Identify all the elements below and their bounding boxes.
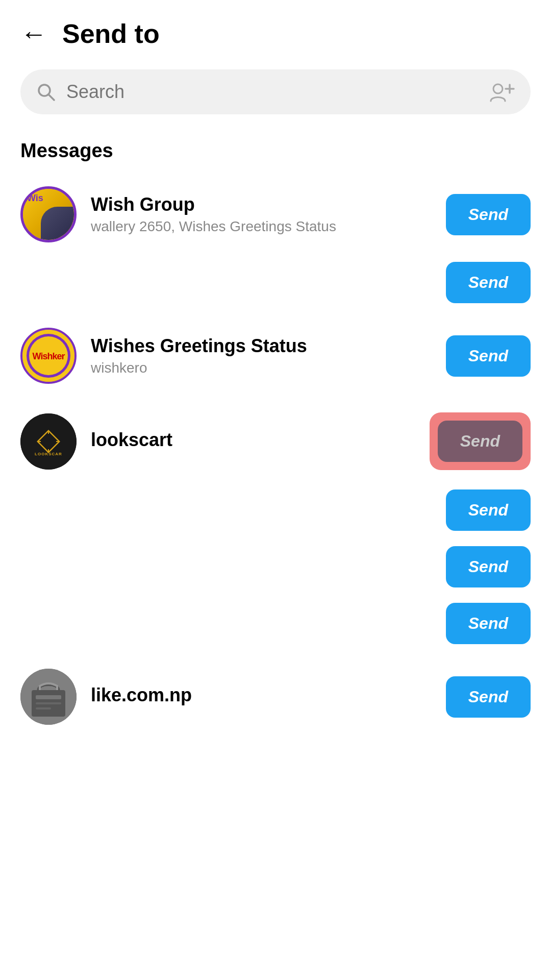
orphan-send-row: Send: [0, 257, 551, 313]
header: ← Send to: [0, 0, 551, 59]
contact-subtitle: wallery 2650, Wishes Greetings Status: [91, 218, 432, 235]
send-button-pressed[interactable]: Send: [438, 421, 522, 462]
send-button[interactable]: Send: [446, 676, 531, 718]
search-icon: [36, 82, 56, 102]
avatar: Wishker: [20, 328, 77, 384]
contact-info: Wishes Greetings Status wishkero: [91, 335, 432, 376]
send-button[interactable]: Send: [446, 546, 531, 587]
contact-name: like.com.np: [91, 684, 432, 706]
list-item: Wis Wish Group wallery 2650, Wishes Gree…: [0, 172, 551, 257]
svg-line-1: [48, 94, 54, 100]
list-item: Wishker Wishes Greetings Status wishkero…: [0, 313, 551, 398]
orphan-send-row: Send: [0, 598, 551, 654]
page-title: Send to: [62, 18, 160, 49]
send-button-pressed-container: Send: [430, 412, 531, 470]
send-button[interactable]: Send: [446, 194, 531, 235]
avatar: Wis: [20, 186, 77, 242]
like-logo: [20, 669, 77, 725]
svg-rect-19: [36, 707, 51, 709]
wishker-logo: Wishker: [26, 333, 71, 379]
orphan-send-row: Send: [0, 541, 551, 598]
search-bar[interactable]: [20, 69, 531, 114]
list-item: LOOKSCAR lookscart Send: [0, 398, 551, 484]
contact-info: like.com.np: [91, 684, 432, 709]
send-button[interactable]: Send: [446, 489, 531, 531]
contact-name: Wishes Greetings Status: [91, 335, 432, 357]
contact-list: Wis Wish Group wallery 2650, Wishes Gree…: [0, 167, 551, 744]
avatar: [20, 669, 77, 725]
contact-info: Wish Group wallery 2650, Wishes Greeting…: [91, 194, 432, 235]
send-button[interactable]: Send: [446, 335, 531, 377]
contact-info: lookscart: [91, 429, 415, 454]
send-button[interactable]: Send: [446, 262, 531, 303]
contact-subtitle: wishkero: [91, 360, 432, 376]
messages-section-label: Messages: [0, 130, 551, 167]
back-button[interactable]: ←: [20, 20, 47, 47]
contact-name: Wish Group: [91, 194, 432, 215]
lookscart-logo: LOOKSCAR: [31, 424, 66, 459]
avatar: LOOKSCAR: [20, 413, 77, 470]
add-people-icon[interactable]: [489, 81, 515, 103]
list-item: like.com.np Send: [0, 654, 551, 739]
svg-text:LOOKSCAR: LOOKSCAR: [35, 452, 62, 456]
svg-point-2: [493, 84, 503, 93]
contact-name: lookscart: [91, 429, 415, 451]
search-container: [0, 59, 551, 130]
send-button[interactable]: Send: [446, 603, 531, 644]
svg-text:Wishker: Wishker: [33, 351, 65, 361]
orphan-send-row: Send: [0, 484, 551, 541]
svg-rect-18: [36, 702, 61, 704]
svg-rect-17: [36, 695, 61, 699]
search-input[interactable]: [66, 81, 479, 103]
